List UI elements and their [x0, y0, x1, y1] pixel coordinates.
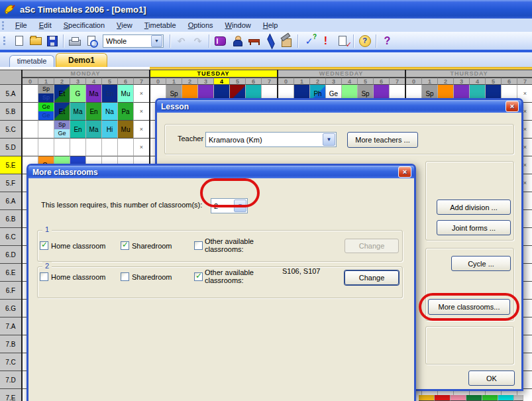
timetable-cell[interactable]: × [134, 103, 150, 121]
period-header-tuesday-0[interactable]: 0 [150, 78, 166, 85]
timetable-cell[interactable]: SpSp [38, 85, 54, 103]
period-header-monday-6[interactable]: 6 [118, 78, 134, 85]
close-icon[interactable]: × [505, 101, 519, 112]
sharedroom-checkbox-1[interactable] [121, 241, 129, 250]
timetable-cell[interactable]: GeGe [38, 103, 54, 121]
timetable-cell[interactable]: × [134, 121, 150, 139]
timetable-cell[interactable]: Pa [118, 103, 134, 121]
row-label-7-C[interactable]: 7.C [0, 353, 22, 371]
timetable-cell[interactable]: Mu [118, 85, 134, 103]
home-classroom-checkbox-1[interactable] [40, 241, 48, 250]
period-header-wednesday-0[interactable]: 0 [278, 78, 294, 85]
period-header-wednesday-3[interactable]: 3 [326, 78, 342, 85]
timetable-cell[interactable]: SpGe [54, 121, 70, 139]
timetable-cell[interactable] [118, 139, 134, 156]
row-label-5-A[interactable]: 5.A [0, 85, 22, 103]
period-header-thursday-5[interactable]: 5 [486, 78, 502, 85]
period-header-monday-5[interactable]: 5 [102, 78, 118, 85]
row-label-7-A[interactable]: 7.A [0, 317, 22, 335]
timetable-cell[interactable] [86, 139, 102, 156]
timetable-cell[interactable] [23, 85, 38, 103]
row-label-6-C[interactable]: 6.C [0, 228, 22, 246]
timetable-cell[interactable]: Et [54, 85, 70, 103]
row-label-6-F[interactable]: 6.F [0, 282, 22, 300]
timetable-cell[interactable] [102, 139, 118, 156]
cycle-button[interactable]: Cycle ... [451, 256, 511, 271]
close-icon[interactable]: × [398, 166, 411, 178]
row-label-6-D[interactable]: 6.D [0, 246, 22, 264]
period-header-wednesday-5[interactable]: 5 [358, 78, 374, 85]
timetable-cell[interactable]: Ma [70, 103, 86, 121]
ok-button[interactable]: OK [468, 371, 515, 386]
row-label-6-B[interactable]: 6.B [0, 210, 22, 228]
row-label-6-G[interactable]: 6.G [0, 300, 22, 317]
timetable-cell[interactable]: Hi [102, 121, 118, 139]
period-header-monday-3[interactable]: 3 [70, 78, 86, 85]
timetable-cell[interactable]: En [70, 121, 86, 139]
timetable-cell[interactable] [54, 139, 70, 156]
row-label-5-E[interactable]: 5.E [0, 156, 22, 174]
timetable-cell[interactable]: Mu [118, 121, 134, 139]
period-header-thursday-6[interactable]: 6 [502, 78, 517, 85]
row-label-5-C[interactable]: 5.C [0, 121, 22, 139]
change-button-2[interactable]: Change [345, 270, 399, 285]
period-header-tuesday-7[interactable]: 7 [262, 78, 278, 85]
row-label-5-D[interactable]: 5.D [0, 139, 22, 156]
row-label-7-B[interactable]: 7.B [0, 335, 22, 353]
teacher-select[interactable]: Kramarova (Km) ▼ [205, 132, 337, 147]
period-header-monday-4[interactable]: 4 [86, 78, 102, 85]
period-header-tuesday-5[interactable]: 5 [230, 78, 246, 85]
timetable-cell[interactable] [23, 139, 38, 156]
row-label-6-E[interactable]: 6.E [0, 264, 22, 282]
period-header-monday-1[interactable]: 1 [38, 78, 54, 85]
timetable-cell[interactable]: G [70, 85, 86, 103]
period-header-tuesday-6[interactable]: 6 [246, 78, 262, 85]
row-label-5-B[interactable]: 5.B [0, 103, 22, 121]
timetable-cell[interactable] [38, 139, 54, 156]
timetable-cell[interactable]: Ma [86, 85, 102, 103]
period-header-tuesday-1[interactable]: 1 [166, 78, 182, 85]
period-header-thursday-4[interactable]: 4 [470, 78, 486, 85]
lesson-dialog-title-bar[interactable]: Lesson × [157, 100, 521, 113]
row-label-5-F[interactable]: 5.F [0, 174, 22, 192]
timetable-cell[interactable]: × [134, 85, 150, 103]
more-classrooms-dialog-title-bar[interactable]: More classrooms × [28, 166, 414, 178]
timetable-cell[interactable]: En [86, 103, 102, 121]
period-header-thursday-1[interactable]: 1 [422, 78, 438, 85]
period-header-wednesday-2[interactable]: 2 [310, 78, 326, 85]
period-header-wednesday-4[interactable]: 4 [342, 78, 358, 85]
period-header-wednesday-1[interactable]: 1 [294, 78, 310, 85]
row-label-7-D[interactable]: 7.D [0, 371, 22, 389]
joint-forms-button[interactable]: Joint forms ... [437, 220, 511, 235]
period-header-thursday-7[interactable]: 7 [517, 78, 532, 85]
period-header-thursday-2[interactable]: 2 [438, 78, 454, 85]
period-header-thursday-0[interactable]: 0 [406, 78, 422, 85]
period-header-tuesday-3[interactable]: 3 [198, 78, 214, 85]
home-classroom-checkbox-2[interactable] [40, 272, 48, 281]
period-header-wednesday-6[interactable]: 6 [374, 78, 390, 85]
other-available-classrooms-checkbox-1[interactable] [194, 241, 203, 250]
period-header-thursday-3[interactable]: 3 [454, 78, 470, 85]
timetable-cell[interactable]: Et [54, 103, 70, 121]
period-header-monday-2[interactable]: 2 [54, 78, 70, 85]
timetable-cell[interactable] [23, 103, 38, 121]
timetable-cell[interactable]: Ma [86, 121, 102, 139]
timetable-cell[interactable] [38, 121, 54, 139]
row-label-6-A[interactable]: 6.A [0, 192, 22, 210]
period-header-monday-7[interactable]: 7 [134, 78, 150, 85]
row-label-7-E[interactable]: 7.E [0, 389, 22, 401]
chevron-down-icon[interactable]: ▼ [323, 133, 335, 146]
timetable-cell[interactable] [70, 139, 86, 156]
period-header-monday-0[interactable]: 0 [23, 78, 38, 85]
more-teachers-button[interactable]: More teachers ... [347, 132, 418, 148]
timetable-cell[interactable]: × [134, 139, 150, 156]
timetable-cell[interactable]: En [102, 85, 118, 103]
period-header-tuesday-4[interactable]: 4 [214, 78, 230, 85]
timetable-cell[interactable] [23, 121, 38, 139]
other-available-classrooms-checkbox-2[interactable] [194, 272, 203, 281]
period-header-tuesday-2[interactable]: 2 [182, 78, 198, 85]
sharedroom-checkbox-2[interactable] [121, 272, 129, 281]
add-division-button[interactable]: Add division ... [437, 200, 511, 215]
timetable-cell[interactable]: Na [102, 103, 118, 121]
period-header-wednesday-7[interactable]: 7 [390, 78, 405, 85]
